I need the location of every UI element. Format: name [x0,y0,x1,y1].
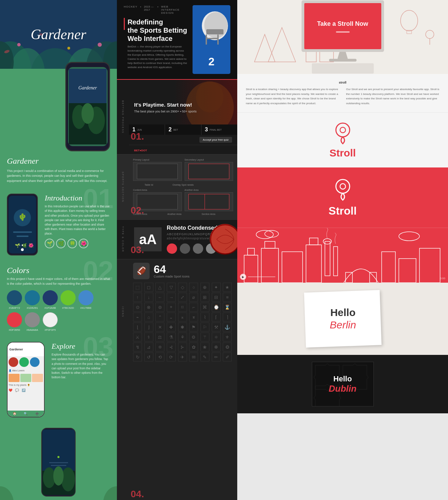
layout-row-1: Primary Layout Secondary Layout [133,159,233,181]
bet-label-1: JUN [137,129,142,131]
icon-57: ✡ [155,343,164,351]
app-actions: ❤️ 💬 ↗️ [8,388,44,393]
color-circle-1 [7,290,22,305]
icon-62: ❁ [212,343,221,351]
svg-rect-71 [309,238,318,245]
berlin-text-block: Hello Berlin [329,306,356,331]
section-01-num-bg: 01 [83,185,113,213]
svg-text:🌵: 🌵 [18,213,26,221]
icons-count: 64 [154,264,189,275]
layout-row-2: Content Area Another Area [133,189,233,211]
color-circle-8 [43,312,58,327]
stroll-letter-section: stroll Stroll is a location sharing + be… [237,74,448,112]
icon-53: ⚛ [212,333,221,341]
photo-2 [20,374,31,382]
icon-7: ⊕ [200,283,209,292]
icons-count-block: 64 Custom made Sport Icons [154,264,189,278]
icon-42: ⚑ [189,323,198,331]
layout-inner-2 [188,164,229,179]
play-button[interactable]: ▶ [240,274,246,280]
icon-20: ⊗ [144,303,153,312]
icon-12: ← [155,293,164,302]
stroll-logo-text-orange: Stroll [329,205,357,217]
sports-section-03: TYPE & COLOR aA Roboto Condensed ABCDEFG… [117,220,237,259]
svg-rect-44 [206,34,207,45]
phone-intro-small: 🌵 🌱 🌿 🌺 [7,194,38,256]
icon-31: ⌄ [167,313,176,322]
svg-point-63 [336,180,350,193]
icon-15: ⌀ [189,293,198,302]
icon-35: ⌈ [212,313,221,322]
hello-dublin-section: Hello Dublin [237,355,448,413]
sports-title-line1: Redefining [128,18,187,26]
sports-title-line2: the Sports Betting [128,26,187,34]
tag-sep-1: • [140,5,141,14]
app-avatars-row [8,356,44,368]
avatar-1 [9,357,18,367]
section-01-row: BETTING PROCESS It's Playtime. Start now… [117,80,237,154]
monitor-container: Take a Stroll Now [298,0,387,74]
bet-3: 3 FINAL BET [201,124,237,135]
accept-bet-btn[interactable]: Accept your free quiz [199,137,232,143]
layout-inner-1 [137,164,178,179]
section-num-03: 03. [131,244,144,256]
layout-block-4: Another Area [185,189,233,211]
video-controls[interactable]: ▶ [240,274,275,280]
tag-type: WEB INTERFACE DESIGN [161,5,188,14]
icon-41: ✱ [178,323,187,331]
like-icon: ❤️ [9,389,12,392]
phone-screen-1: Gardener [68,67,108,146]
icon-45: ⚓ [223,323,232,331]
monitor-cta-bar [336,31,350,33]
sports-header-text-block: HOCKEY • 2015 — 2017 • WEB INTERFACE DES… [124,5,187,74]
section-04-content: 🏈 64 Custom made Sport Icons ⬚ ◻ △ ▽ ◇ ○… [129,259,237,365]
svg-point-34 [53,466,64,486]
icon-63: ❂ [223,343,232,351]
swatch-label-1: #1B4F72 [9,306,20,309]
tag-sep-2: • [157,5,159,14]
icon-26: ⌚ [212,303,221,312]
icons-header-row: 🏈 64 Custom made Sport Icons [133,263,233,279]
bet-2: 2 BET [165,124,201,135]
icon-16: ⊞ [200,293,209,302]
icons-count-label: Custom made Sport Icons [154,275,189,278]
color-circle-6 [7,312,22,327]
letter-columns: Stroll is a location sharing + beauty di… [246,87,439,106]
svg-rect-36 [49,462,68,463]
icon-59: ⊱ [178,343,187,351]
video-progress-bar [248,276,275,277]
icon-61: ❀ [200,343,209,351]
icon-48: ⚖ [155,333,164,341]
layout-label-1: Primary Layout [133,159,182,161]
svg-point-62 [340,127,346,133]
monitor-keyboard [312,63,374,74]
section-num-04: 04. [131,489,144,500]
svg-point-81 [265,230,278,237]
stroll-hero: Take a Stroll Now [237,0,448,74]
left-column: Gardener Gardener Gardener This project … [0,0,117,500]
photo-3 [32,374,43,382]
bet-num-2: 2 [168,127,172,133]
football-ball [210,224,241,255]
swatch-3: #1F3A6B [43,290,58,309]
layout-grid-1 [133,162,182,181]
berlin-text: Berlin [329,319,356,331]
circle-icon-3: 🍀 [67,239,77,248]
svg-point-61 [336,123,350,137]
stroll-logo-section: Stroll [237,112,448,167]
icon-18: ≡ [223,293,232,302]
swatch-4: #7BC62D [61,290,76,309]
icon-24: ⌐ [189,303,198,312]
icon-69: ✉ [189,352,198,361]
share-icon: ↗️ [22,389,25,392]
monitor-text: Take a Stroll Now [317,20,368,28]
bet-counter-bar: 1 JUN 2 BET 3 FINAL BET [129,124,237,135]
intro-phone-svg: 🌵 🌱 🌿 🌺 [10,197,35,252]
section-04-sidebar: ICONS [117,259,129,365]
svg-point-28 [22,244,23,246]
icon-65: ↺ [144,352,153,361]
section-04-row: ICONS 🏈 64 Custom made Sport Icons ⬚ ◻ △ [117,259,237,365]
stroll-pin-orange-svg [332,178,353,202]
swatch-label-5: #4178BE [80,306,92,309]
sports-section-04: ICONS 🏈 64 Custom made Sport Icons ⬚ ◻ △ [117,259,237,500]
